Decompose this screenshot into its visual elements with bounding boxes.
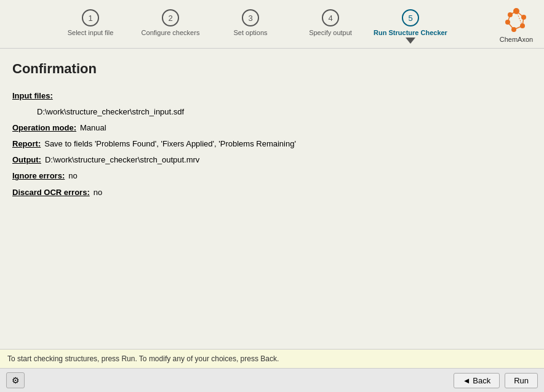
nav-buttons: ◄ Back Run xyxy=(454,373,538,388)
step-5-label: Run Structure Checker xyxy=(374,29,447,36)
step-5-circle: 5 xyxy=(402,9,419,26)
operation-mode-label: Operation mode: xyxy=(12,121,76,135)
step-1-circle: 1 xyxy=(82,9,99,26)
step-1-label: Select input file xyxy=(68,29,114,36)
footer-buttons: ⚙ ◄ Back Run xyxy=(0,369,544,392)
discard-ocr-label: Discard OCR errors: xyxy=(12,186,90,199)
info-section: Input files: D:\work\structure_checker\s… xyxy=(12,89,532,199)
step-2-circle: 2 xyxy=(162,9,179,26)
discard-ocr-value: no xyxy=(94,186,102,199)
chemaxon-logo-icon xyxy=(502,5,531,34)
operation-mode-row: Operation mode: Manual xyxy=(12,121,532,135)
main-content: Confirmation Input files: D:\work\struct… xyxy=(0,49,544,349)
wizard-step-1[interactable]: 1 Select input file xyxy=(50,9,130,42)
step-4-circle: 4 xyxy=(322,9,339,26)
wizard-step-5[interactable]: 5 Run Structure Checker xyxy=(370,9,450,44)
step-2-label: Configure checkers xyxy=(142,29,200,36)
gear-icon: ⚙ xyxy=(12,375,20,385)
footer-info: To start checking structures, press Run.… xyxy=(0,350,544,369)
svg-line-9 xyxy=(508,22,514,30)
back-button[interactable]: ◄ Back xyxy=(454,373,500,388)
output-row: Output: D:\work\structure_checker\strch_… xyxy=(12,153,532,167)
ignore-errors-label: Ignore errors: xyxy=(12,169,65,183)
step-4-label: Specify output xyxy=(309,29,352,36)
run-button[interactable]: Run xyxy=(505,373,538,388)
gear-button[interactable]: ⚙ xyxy=(6,372,25,388)
wizard-step-2[interactable]: 2 Configure checkers xyxy=(130,9,210,42)
wizard-step-4[interactable]: 4 Specify output xyxy=(290,9,370,42)
input-files-path: D:\work\structure_checker\strch_input.sd… xyxy=(37,107,184,116)
output-label: Output: xyxy=(12,153,41,167)
report-label: Report: xyxy=(12,137,41,151)
input-files-row: Input files: xyxy=(12,89,532,103)
chemaxon-logo-text: ChemAxon xyxy=(500,36,533,43)
footer-info-text: To start checking structures, press Run.… xyxy=(7,354,279,363)
step-3-label: Set options xyxy=(233,29,267,36)
output-value: D:\work\structure_checker\strch_output.m… xyxy=(45,153,199,167)
discard-ocr-row: Discard OCR errors: no xyxy=(12,186,532,199)
page-title: Confirmation xyxy=(12,61,532,77)
wizard-step-3[interactable]: 3 Set options xyxy=(210,9,290,42)
wizard-header: 1 Select input file 2 Configure checkers… xyxy=(0,0,544,49)
input-files-value: D:\work\structure_checker\strch_input.sd… xyxy=(12,105,532,119)
ignore-errors-value: no xyxy=(68,169,77,183)
report-value: Save to fields 'Problems Found', 'Fixers… xyxy=(44,137,296,151)
active-step-arrow xyxy=(406,38,415,44)
run-button-label: Run xyxy=(514,376,529,385)
input-files-label: Input files: xyxy=(12,89,53,103)
wizard-steps: 1 Select input file 2 Configure checkers… xyxy=(6,9,495,44)
report-row: Report: Save to fields 'Problems Found',… xyxy=(12,137,532,151)
footer: To start checking structures, press Run.… xyxy=(0,349,544,392)
ignore-errors-row: Ignore errors: no xyxy=(12,169,532,183)
back-button-label: ◄ Back xyxy=(463,376,490,385)
operation-mode-value: Manual xyxy=(80,121,106,135)
step-3-circle: 3 xyxy=(242,9,259,26)
chemaxon-logo: ChemAxon xyxy=(495,5,538,48)
